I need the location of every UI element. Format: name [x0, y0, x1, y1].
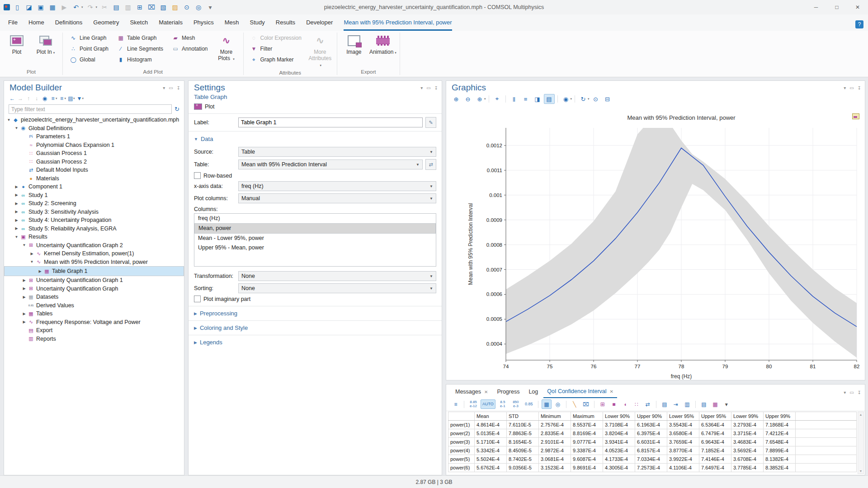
tree-item[interactable]: ▼⊞Uncertainty Quantification Graph 2 [4, 241, 184, 250]
cell-value[interactable]: 3.7108E-4 [603, 421, 635, 429]
cell-value[interactable]: 8.7402E-5 [507, 455, 539, 464]
chevron-down-icon[interactable]: ▾ [82, 97, 84, 100]
list-display-icon[interactable]: ▤ [699, 399, 709, 409]
tree-item[interactable]: ▶⊞Uncertainty Quantification Graph [4, 285, 184, 293]
open-file-icon[interactable]: ◪ [24, 3, 33, 12]
cell-value[interactable]: 6.3975E-4 [635, 429, 667, 438]
animation-button[interactable]: Animation▾ [370, 33, 396, 68]
menu-item-geometry[interactable]: Geometry [93, 19, 119, 27]
qat-more-icon[interactable]: ▾ [206, 3, 215, 12]
print-icon[interactable]: ⊟ [602, 94, 613, 104]
scene-settings-icon[interactable]: ◉ [561, 94, 571, 104]
cell-value[interactable]: 6.1963E-4 [635, 421, 667, 429]
reorder-columns-icon[interactable]: ⇄ [643, 399, 653, 409]
chevron-down-icon[interactable]: ▼ [14, 126, 19, 130]
tree-item[interactable]: ▤Export [4, 326, 184, 335]
sorting-select[interactable]: None ▼ [238, 283, 436, 293]
tree-item[interactable]: ▶∿Kernel Density Estimation, power(1) [4, 249, 184, 258]
annotation-button[interactable]: ▭Annotation [169, 43, 210, 54]
cell-value[interactable]: 3.3715E-4 [731, 429, 764, 438]
column-header[interactable]: Upper 95% [699, 412, 731, 421]
table-row[interactable]: power(2)5.0135E-47.8863E-52.8335E-48.816… [448, 429, 857, 438]
chevron-right-icon[interactable]: ▶ [21, 312, 27, 316]
duplicate-icon[interactable]: ⊞ [135, 3, 144, 12]
cell-value[interactable]: 8.1654E-5 [507, 438, 539, 446]
table-row[interactable]: power(4)5.3342E-48.4509E-52.9872E-49.338… [448, 446, 857, 455]
move-down-icon[interactable]: ↓ [33, 94, 40, 103]
tree-item[interactable]: ▶∿Frequency Response: Voltage and Power [4, 318, 184, 327]
new-file-icon[interactable]: ▯ [13, 3, 22, 12]
copy-all-icon[interactable]: ▥ [682, 399, 692, 409]
chevron-down-icon[interactable]: ▼ [14, 235, 19, 239]
plot-imaginary-checkbox[interactable] [194, 296, 201, 302]
cell-value[interactable]: 7.8899E-4 [764, 446, 796, 455]
chevron-right-icon[interactable]: ▶ [14, 226, 19, 230]
cell-value[interactable]: 7.2573E-4 [635, 464, 667, 472]
menu-item-mesh[interactable]: Mesh [225, 19, 239, 27]
menu-item-sketch[interactable]: Sketch [130, 19, 148, 27]
chevron-down-icon[interactable]: ▾ [484, 97, 486, 101]
columns-option[interactable]: Upper 95% - Mean, power [194, 243, 436, 253]
chevron-right-icon[interactable]: ▶ [14, 210, 19, 214]
column-header[interactable]: Lower 99% [731, 412, 764, 421]
line-graph-button[interactable]: ∿Line Graph [66, 33, 111, 43]
legend-toggle-icon[interactable]: ▤ [544, 94, 555, 104]
section-coloring-and-style[interactable]: ▶Coloring and Style [189, 320, 442, 335]
tree-item[interactable]: PiParameters 1 [4, 132, 184, 141]
cell-value[interactable]: 3.7659E-4 [667, 438, 699, 446]
cell-value[interactable]: 6.9643E-4 [699, 438, 731, 446]
chevron-down-icon[interactable]: ▾ [56, 97, 57, 100]
label-input[interactable] [238, 117, 423, 127]
cell-value[interactable]: 8.3852E-4 [764, 464, 796, 472]
chevron-down-icon[interactable]: ▾ [65, 97, 66, 100]
table-row[interactable]: power(1)4.8614E-47.6110E-52.7576E-48.553… [448, 421, 857, 429]
show-icon[interactable]: ◉ [41, 94, 48, 103]
columns-option[interactable]: Mean, power [194, 223, 436, 234]
tree-item[interactable]: ▼▣Results [4, 233, 184, 241]
copy-icon[interactable]: ▤ [112, 3, 121, 12]
cell-value[interactable]: 5.5024E-4 [475, 455, 507, 464]
column-header[interactable]: Minimum [539, 412, 571, 421]
close-icon[interactable]: ✕ [610, 389, 613, 394]
color-table-icon[interactable]: ■ [609, 399, 619, 409]
cell-value[interactable]: 3.5543E-4 [667, 421, 699, 429]
export-table-icon[interactable]: ⇥ [671, 399, 681, 409]
cell-value[interactable]: 2.9101E-4 [539, 438, 571, 446]
precision-full-button[interactable]: 8.85e-12 [467, 399, 479, 409]
zoom-box-icon[interactable]: ⊕ [474, 94, 485, 104]
add-table-icon[interactable]: ⊞ [598, 399, 608, 409]
tree-item[interactable]: 8.85Derived Values [4, 301, 184, 310]
point-graph-button[interactable]: ∴Point Graph [66, 43, 111, 54]
cell-value[interactable]: 3.2793E-4 [731, 421, 764, 429]
cell-value[interactable]: 2.9872E-4 [539, 446, 571, 455]
cell-value[interactable]: 5.1710E-4 [475, 438, 507, 446]
cell-value[interactable]: 3.9922E-4 [667, 455, 699, 464]
pin-panel-icon[interactable]: ↧ [858, 390, 861, 395]
column-header[interactable]: Upper 90% [635, 412, 667, 421]
sonify-icon[interactable]: ◖ [620, 399, 630, 409]
tree-item[interactable]: ▶∞Study 1 [4, 191, 184, 200]
cell-value[interactable]: 9.8691E-4 [571, 464, 603, 472]
menu-item-home[interactable]: Home [28, 19, 44, 27]
tree-item[interactable]: ▶●Component 1 [4, 183, 184, 191]
contextual-ribbon-tab[interactable]: Mean with 95% Prediction Interval, power [344, 19, 452, 31]
chevron-down-icon[interactable]: ▼ [29, 260, 35, 264]
cell-value[interactable]: 2.8335E-4 [539, 429, 571, 438]
tree-item[interactable]: ▼∿Mean with 95% Prediction Interval, pow… [4, 258, 184, 267]
cell-value[interactable]: 3.6580E-4 [667, 429, 699, 438]
tree-item[interactable]: ≈Polynomial Chaos Expansion 1 [4, 141, 184, 150]
cell-value[interactable]: 3.4683E-4 [731, 438, 764, 446]
column-header[interactable]: Upper 99% [764, 412, 796, 421]
snapshot-icon[interactable]: ⊙ [590, 94, 601, 104]
go-to-source-button[interactable]: ⇄ [425, 159, 436, 170]
precision-auto-button[interactable]: AUTO [481, 399, 495, 409]
save-icon[interactable]: ▣ [36, 3, 45, 12]
redo-icon[interactable]: ↷ [86, 3, 95, 12]
global-button[interactable]: ◯Global [66, 54, 111, 65]
precision-dec-button[interactable]: 0.85 [523, 399, 535, 409]
cell-value[interactable]: 7.6497E-4 [699, 464, 731, 472]
sphere-view-icon[interactable]: ◎ [553, 399, 563, 409]
float-panel-icon[interactable]: ▭ [849, 85, 854, 90]
cell-value[interactable]: 7.1852E-4 [699, 446, 731, 455]
table-graph-button[interactable]: ▦Table Graph [114, 33, 166, 43]
